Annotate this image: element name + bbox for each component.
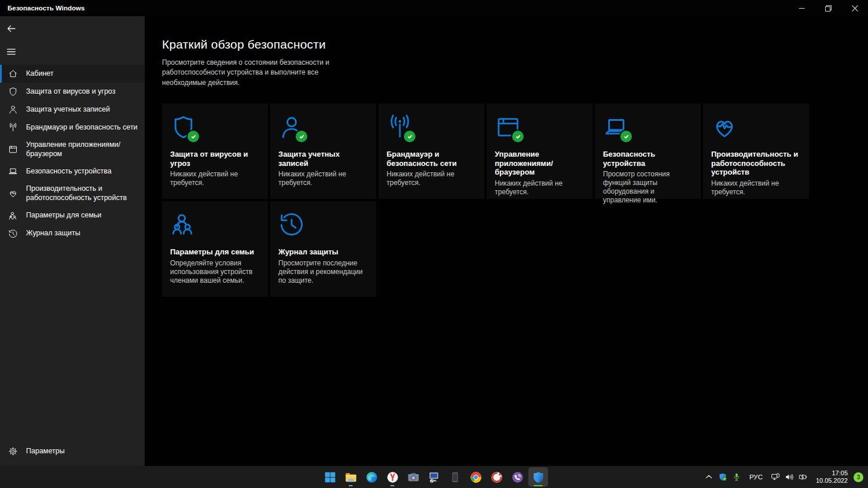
battery-tray-icon[interactable] xyxy=(797,471,809,483)
speaker-icon xyxy=(785,472,794,482)
card-description: Просмотр состояния функций защиты оборуд… xyxy=(603,170,693,205)
device-app-icon xyxy=(448,471,462,484)
status-check-icon xyxy=(404,131,415,142)
person-icon xyxy=(8,105,18,114)
taskbar-app-device[interactable] xyxy=(445,467,465,487)
card-heart-icon xyxy=(711,114,738,141)
sidebar: Кабинет Защита от вирусов и угроз Защита… xyxy=(0,16,145,466)
card-family-icon xyxy=(170,212,197,238)
card-description: Никаких действий не требуется. xyxy=(387,170,476,187)
defender-tray-icon[interactable] xyxy=(717,471,729,483)
taskbar-app-red-utility[interactable] xyxy=(487,467,506,487)
windows-logo-icon xyxy=(323,471,337,484)
sidebar-item-shield[interactable]: Защита от вирусов и угроз xyxy=(0,83,145,101)
card-description: Никаких действий не требуется. xyxy=(170,170,260,187)
family-icon xyxy=(170,212,197,238)
close-icon xyxy=(852,5,858,12)
history-icon xyxy=(278,212,305,238)
sidebar-item-settings[interactable]: Параметры xyxy=(0,442,145,460)
notification-count-badge[interactable]: 3 xyxy=(854,472,863,482)
card-heart[interactable]: Производительность и работоспособность у… xyxy=(703,103,809,199)
sidebar-item-laptop[interactable]: Безопасность устройства xyxy=(0,162,145,180)
taskbar-app-windows-security[interactable] xyxy=(528,467,548,487)
taskbar-app-camera[interactable] xyxy=(403,467,423,487)
restore-icon xyxy=(825,5,832,12)
sidebar-item-history[interactable]: Журнал защиты xyxy=(0,225,145,243)
sidebar-item-person[interactable]: Защита учетных записей xyxy=(0,101,145,119)
card-network-icon xyxy=(387,114,413,141)
taskbar: РУС 17:05 10.05 xyxy=(0,466,868,488)
card-shield[interactable]: Защита от вирусов и угроз Никаких действ… xyxy=(162,103,268,199)
display-device-tray-icon[interactable] xyxy=(770,471,781,483)
sidebar-item-label: Безопасность устройства xyxy=(26,167,112,176)
card-title: Параметры для семьи xyxy=(170,247,260,257)
taskbar-app-remote-desktop[interactable] xyxy=(424,467,444,487)
sidebar-item-label: Производительность и работоспособность у… xyxy=(26,184,140,202)
running-indicator xyxy=(534,485,543,487)
card-appwin[interactable]: Управление приложениями/браузером Никаки… xyxy=(487,103,593,199)
home-icon xyxy=(8,69,18,79)
gear-icon xyxy=(8,446,18,456)
sidebar-item-label: Защита учетных записей xyxy=(26,105,110,114)
back-button[interactable] xyxy=(6,23,21,36)
taskbar-app-chrome[interactable] xyxy=(466,467,486,487)
sidebar-item-appwin[interactable]: Управление приложениями/браузером xyxy=(0,136,145,162)
titlebar: Безопасность Windows xyxy=(0,0,868,16)
sidebar-item-label: Параметры для семьи xyxy=(26,211,101,220)
card-title: Защита учетных записей xyxy=(278,150,368,168)
family-icon xyxy=(8,211,18,221)
card-appwin-icon xyxy=(495,114,521,141)
taskbar-app-file-explorer[interactable] xyxy=(341,467,361,487)
card-description: Никаких действий не требуется. xyxy=(278,170,368,187)
sidebar-item-heart[interactable]: Производительность и работоспособность у… xyxy=(0,180,145,206)
yandex-browser-icon xyxy=(386,471,399,484)
desktop: Безопасность Windows Кабинет Защита от xyxy=(0,0,868,488)
sidebar-item-network[interactable]: Брандмауэр и безопасность сети xyxy=(0,119,145,136)
appwin-icon xyxy=(8,145,18,154)
network-icon xyxy=(8,123,18,132)
card-laptop-icon xyxy=(603,114,630,141)
sidebar-item-home[interactable]: Кабинет xyxy=(0,65,145,83)
card-history[interactable]: Журнал защиты Просмотрите последние дейс… xyxy=(270,201,376,297)
person-icon xyxy=(8,105,18,114)
clock[interactable]: 17:05 10.05.2022 xyxy=(811,469,850,485)
microphone-icon xyxy=(732,472,741,482)
hidden-icons-chevron[interactable] xyxy=(703,471,715,483)
sidebar-settings: Параметры xyxy=(0,442,145,460)
windows-security-icon xyxy=(532,471,545,484)
microphone-tray-icon[interactable] xyxy=(731,471,742,483)
restore-button[interactable] xyxy=(815,0,841,16)
sidebar-item-label: Кабинет xyxy=(26,69,54,79)
card-description: Определяйте условия использования устрой… xyxy=(170,259,260,285)
gear-icon xyxy=(8,446,18,456)
menu-button[interactable] xyxy=(6,46,21,58)
status-check-icon xyxy=(296,131,307,142)
minimize-button[interactable] xyxy=(788,0,815,16)
card-title: Производительность и работоспособность у… xyxy=(711,150,801,177)
card-person[interactable]: Защита учетных записей Никаких действий … xyxy=(270,103,376,199)
taskbar-app-edge[interactable] xyxy=(362,467,381,487)
language-indicator[interactable]: РУС xyxy=(745,474,767,480)
status-check-icon xyxy=(620,131,632,142)
card-network[interactable]: Брандмауэр и безопасность сети Никаких д… xyxy=(378,103,484,199)
card-family[interactable]: Параметры для семьи Определяйте условия … xyxy=(162,201,268,297)
volume-tray-icon[interactable] xyxy=(784,471,795,483)
taskbar-app-yandex-browser[interactable] xyxy=(382,467,402,487)
home-icon xyxy=(8,69,18,79)
taskbar-app-viber[interactable] xyxy=(507,467,527,487)
laptop-icon xyxy=(8,167,18,176)
heart-icon xyxy=(711,114,738,141)
family-icon xyxy=(8,211,18,221)
card-laptop[interactable]: Безопасность устройства Просмотр состоян… xyxy=(595,103,701,199)
sidebar-item-label: Брандмауэр и безопасность сети xyxy=(26,123,138,132)
card-history-icon xyxy=(278,212,305,238)
battery-charging-icon xyxy=(799,472,808,482)
card-title: Безопасность устройства xyxy=(603,150,693,168)
taskbar-app-start[interactable] xyxy=(320,467,340,487)
appwin-icon xyxy=(8,145,18,154)
security-cards-grid: Защита от вирусов и угроз Никаких действ… xyxy=(162,103,814,297)
network-icon xyxy=(8,123,18,132)
close-button[interactable] xyxy=(841,0,868,16)
sidebar-item-family[interactable]: Параметры для семьи xyxy=(0,207,145,225)
card-description: Просмотрите последние действия и рекомен… xyxy=(278,259,368,285)
